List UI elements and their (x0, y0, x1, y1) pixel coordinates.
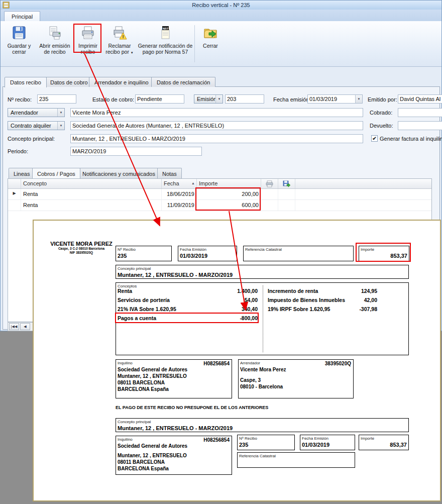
receipt-num-box: Nº Recibo 235 (116, 246, 172, 261)
ribbon-separator (194, 25, 195, 62)
cell-concepto: Renta (21, 189, 162, 199)
periodo-field[interactable]: MARZO/2019 (70, 147, 202, 156)
ribbon: Guardar y cerrar Abrir emisión de recibo… (1, 21, 441, 67)
table-row[interactable]: Renta 11/09/2019 600,00 (8, 200, 431, 211)
save-icon (12, 25, 27, 43)
norma57-button[interactable]: N57 Generar notificación de pago por Nor… (137, 24, 193, 65)
tab-datos-cobro[interactable]: Datos de cobro (45, 77, 93, 87)
svg-text:!: ! (123, 34, 124, 39)
open-emission-label: Abrir emisión de recibo (37, 43, 72, 55)
num-recibo-field[interactable]: 235 (37, 94, 76, 104)
dropdown-arrow-icon: ▼ (131, 51, 134, 54)
cell-importe: 200,00 (197, 189, 261, 199)
emision-combo[interactable]: Emisión▼ (194, 94, 223, 104)
window-title: Recibo vertical - Nº 235 (192, 2, 250, 8)
stub-num-box: Nº Recibo 235 (237, 435, 295, 450)
table-row[interactable]: ▶ Renta 18/06/2019 200,00 (8, 189, 431, 200)
tab-datos-reclamacion[interactable]: Datos de reclamación (151, 77, 215, 87)
dropdown-arrow-icon[interactable]: ▼ (355, 95, 362, 103)
emision-field[interactable]: 203 (225, 94, 264, 104)
receipt-arrendador-box: Arrendador38395020Q Vicente Mora Perez C… (238, 359, 354, 398)
cell-importe: 600,00 (197, 200, 261, 211)
stub-concepto-box: Concepto principal Muntaner, 12 , ENTRES… (116, 418, 409, 432)
contrato-alquiler-combo[interactable]: Contrato alquiler▼ (8, 121, 65, 130)
receipt-importe-box: Importe 853,37 (359, 246, 409, 261)
printer-icon (80, 25, 95, 43)
subtab-cobros-pagos[interactable]: Cobros / Pagos (32, 168, 80, 178)
conceptos-right-column: Incremento de renta124,95 Impuesto de Bi… (268, 288, 377, 315)
grid-header-importe[interactable]: Importe (197, 179, 261, 188)
exit-folder-icon (203, 25, 218, 43)
print-receipt-button[interactable]: Imprimir recibo (75, 24, 100, 65)
estado-cobro-label: Estado de cobro: (92, 95, 134, 104)
landlord-nif: NIF 38395020Q (44, 251, 119, 255)
receipt-ref-catastral-box: Referencia Catastral (243, 246, 354, 261)
svg-text:N57: N57 (163, 27, 169, 30)
grid-header: Concepto Fecha▲ Importe (8, 179, 431, 189)
landlord-name: VICENTE MORA PEREZ (44, 241, 119, 247)
norma57-document-icon: N57 (158, 25, 173, 43)
generar-factura-label: Generar factura al inquilino (380, 134, 442, 143)
fecha-emision-field[interactable]: 01/03/2019▼ (307, 94, 363, 104)
titlebar: Recibo vertical - Nº 235 (1, 1, 441, 10)
subtab-notificaciones[interactable]: Notificaciones y comunicados (77, 168, 160, 178)
arrendador-field[interactable]: Vicente Mora Perez (70, 108, 363, 117)
grid-header-print-icon[interactable] (261, 179, 278, 188)
num-recibo-label: Nº recibo: (8, 95, 32, 104)
contrato-alquiler-field[interactable]: Sociedad General de Autores (Muntaner, 1… (70, 121, 363, 130)
receipt-emission-icon (47, 25, 62, 43)
subtab-notas[interactable]: Notas (157, 168, 182, 178)
stub-inquilino-box: InquilinoH08256854 Sociedad General de A… (116, 436, 232, 475)
save-close-button[interactable]: Guardar y cerrar (4, 24, 35, 65)
reclaim-receipt-button[interactable]: ! Reclamar recibo por ▼ (104, 24, 135, 65)
cell-concepto: Renta (21, 200, 162, 211)
dropdown-arrow-icon[interactable]: ▼ (57, 109, 64, 117)
grid-header-indicator (8, 179, 21, 188)
print-receipt-label: Imprimir recibo (75, 43, 100, 55)
cobrado-label: Cobrado: (370, 108, 392, 117)
norma57-label: Generar notificación de pago por Norma 5… (137, 43, 193, 55)
devuelto-label: Devuelto: (370, 121, 393, 130)
tab-datos-recibo[interactable]: Datos recibo (5, 77, 47, 87)
grid-header-filler (295, 179, 431, 188)
fecha-emision-label: Fecha emisión: (273, 95, 311, 104)
grid-header-concepto[interactable]: Concepto (21, 179, 162, 188)
window-icon (3, 2, 10, 10)
save-close-label: Guardar y cerrar (4, 43, 35, 55)
receipt-concepto-box: Concepto principal Muntaner, 12 , ENTRES… (116, 265, 409, 279)
ribbon-tab-principal[interactable]: Principal (4, 11, 40, 22)
receipt-preview: VICENTE MORA PEREZ Caspe, 3 C-2 08010 Ba… (33, 220, 441, 501)
concepto-principal-label: Concepto principal: (8, 134, 55, 143)
cell-fecha: 11/09/2019 (162, 200, 197, 211)
close-button[interactable]: Cerrar (198, 24, 223, 65)
emitido-por-field[interactable]: David Quintas Al (398, 94, 442, 104)
periodo-label: Periodo: (8, 147, 28, 156)
open-emission-button[interactable]: Abrir emisión de recibo (37, 24, 72, 65)
stub-importe-box: Importe 853,37 (359, 435, 409, 450)
row-indicator-icon: ▶ (8, 189, 21, 199)
generar-factura-checkbox[interactable]: ✔ (371, 135, 378, 142)
close-label: Cerrar (203, 43, 218, 49)
landlord-address: Caspe, 3 C-2 08010 Barcelona (44, 247, 119, 251)
receipt-notice: EL PAGO DE ESTE RECIBO NO PRESUPONE EL D… (116, 405, 268, 410)
stub-fecha-box: Fecha Emisión 01/03/2019 (300, 435, 355, 450)
reclaim-receipt-label: Reclamar recibo por ▼ (104, 43, 135, 56)
concepto-principal-field[interactable]: Muntaner, 12 , ENTRESUELO - MARZO/2019 (70, 134, 363, 143)
ribbon-tab-strip: Principal (1, 10, 441, 21)
desktop: Recibo vertical - Nº 235 Principal Guard… (0, 0, 442, 504)
devuelto-field[interactable] (398, 121, 442, 130)
tab-arrendador-inquilino[interactable]: Arrendador e inquilino (89, 77, 154, 87)
dropdown-arrow-icon[interactable]: ▼ (57, 122, 64, 130)
cobrado-field[interactable] (398, 108, 442, 117)
receipt-conceptos-box: Conceptos Renta1.400,00 Servicios de por… (116, 282, 409, 355)
dropdown-arrow-icon[interactable]: ▼ (215, 95, 223, 103)
grid-header-fecha[interactable]: Fecha▲ (162, 179, 197, 188)
conceptos-left-column: Renta1.400,00 Servicios de portería54,00… (118, 288, 258, 324)
nav-prev-button[interactable]: ◀ (20, 323, 30, 330)
subtab-lineas[interactable]: Lineas (9, 168, 35, 178)
arrendador-combo[interactable]: Arrendador▼ (8, 108, 65, 117)
grid-header-export-icon[interactable] (278, 179, 295, 188)
estado-cobro-field[interactable]: Pendiente (135, 94, 184, 104)
emitido-por-label: Emitido por: (368, 95, 397, 104)
nav-first-button[interactable]: |◀◀ (9, 323, 19, 330)
